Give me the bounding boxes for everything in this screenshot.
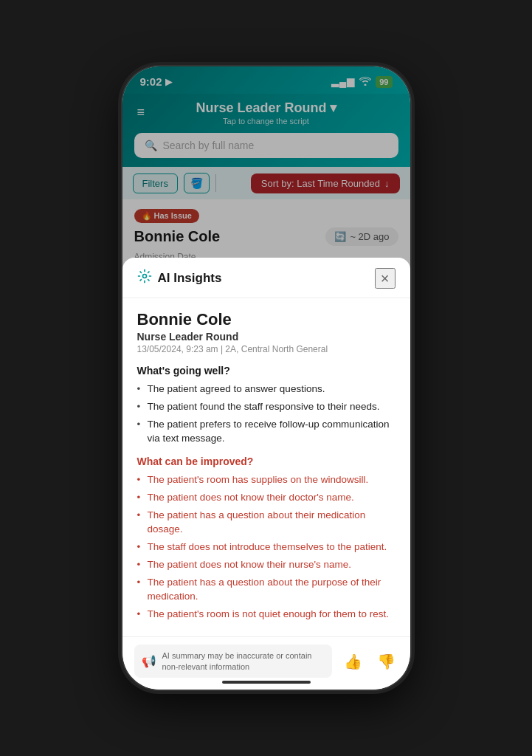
phone-frame: 9:02 ▶ ▂▄▆ 99 ≡ Nurse Leader Round [122, 66, 410, 690]
modal-header: AI Insights × [122, 258, 410, 298]
home-indicator [222, 681, 311, 684]
list-item: The staff does not introduce themselves … [137, 540, 395, 554]
ai-icon [137, 269, 152, 287]
good-bullets-list: The patient agreed to answer questions. … [137, 382, 395, 446]
improve-bullets-list: The patient's room has supplies on the w… [137, 473, 395, 621]
modal-overlay: AI Insights × Bonnie Cole Nurse Leader R… [122, 66, 410, 690]
list-item: The patient does not know their nurse's … [137, 558, 395, 572]
list-item: The patient does not know their doctor's… [137, 491, 395, 505]
list-item: The patient found the staff responsive t… [137, 400, 395, 414]
ai-insights-modal: AI Insights × Bonnie Cole Nurse Leader R… [122, 258, 410, 690]
phone-screen: 9:02 ▶ ▂▄▆ 99 ≡ Nurse Leader Round [122, 66, 410, 690]
list-item: The patient's room is not quiet enough f… [137, 608, 395, 622]
modal-body: Bonnie Cole Nurse Leader Round 13/05/202… [122, 298, 410, 637]
thumbs-up-button[interactable]: 👍 [341, 650, 365, 673]
modal-meta: 13/05/2024, 9:23 am | 2A, Central North … [137, 344, 395, 354]
list-item: The patient agreed to answer questions. [137, 382, 395, 396]
list-item: The patient prefers to receive follow-up… [137, 418, 395, 446]
modal-close-button[interactable]: × [375, 268, 395, 289]
disclaimer-box: 📢 AI summary may be inaccurate or contai… [134, 645, 332, 678]
disclaimer-text: AI summary may be inaccurate or contain … [162, 650, 325, 672]
svg-point-0 [142, 275, 146, 278]
modal-title: AI Insights [137, 269, 222, 287]
thumbs-down-button[interactable]: 👎 [374, 650, 398, 673]
section-good-title: What's going well? [137, 365, 395, 377]
list-item: The patient's room has supplies on the w… [137, 473, 395, 487]
list-item: The patient has a question about their m… [137, 509, 395, 537]
modal-round-name: Nurse Leader Round [137, 331, 395, 343]
list-item: The patient has a question about the pur… [137, 576, 395, 604]
disclaimer-icon: 📢 [142, 654, 156, 668]
section-improve-title: What can be improved? [137, 456, 395, 467]
modal-patient-name: Bonnie Cole [137, 310, 395, 329]
